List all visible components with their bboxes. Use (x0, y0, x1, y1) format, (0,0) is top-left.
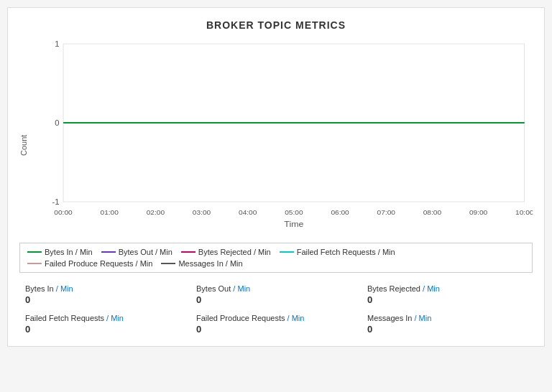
metric-messages-in-value: 0 (367, 324, 527, 335)
metric-messages-in-label: Messages In / Min (367, 314, 527, 322)
legend-line-failed-fetch (280, 251, 294, 253)
svg-text:06:00: 06:00 (331, 209, 349, 216)
svg-text:02:00: 02:00 (147, 209, 165, 216)
page-container: BROKER TOPIC METRICS Count 1 0 -1 00: (7, 7, 545, 347)
legend-line-bytes-in (27, 251, 42, 253)
svg-text:-1: -1 (52, 198, 59, 206)
legend-box: Bytes In / Min Bytes Out / Min Bytes Rej… (19, 243, 533, 273)
metric-failed-produce-value: 0 (196, 324, 356, 335)
svg-text:0: 0 (55, 119, 59, 127)
metric-messages-in: Messages In / Min 0 (367, 314, 527, 335)
metric-bytes-rejected-label: Bytes Rejected / Min (367, 284, 527, 293)
metric-bytes-in: Bytes In / Min 0 (25, 284, 185, 305)
svg-text:03:00: 03:00 (193, 209, 211, 216)
legend-label-failed-fetch: Failed Fetch Requests / Min (297, 248, 395, 256)
legend-line-failed-produce (27, 263, 42, 264)
legend-label-bytes-out: Bytes Out / Min (119, 248, 172, 256)
metric-bytes-in-label: Bytes In / Min (25, 284, 185, 293)
legend-item-bytes-out: Bytes Out / Min (101, 248, 172, 256)
metric-failed-fetch: Failed Fetch Requests / Min 0 (25, 314, 185, 335)
svg-text:09:00: 09:00 (469, 209, 487, 216)
legend-item-failed-produce: Failed Produce Requests / Min (27, 259, 152, 268)
metric-failed-fetch-value: 0 (25, 324, 185, 335)
metric-bytes-in-value: 0 (25, 294, 185, 305)
legend-item-bytes-rejected: Bytes Rejected / Min (181, 248, 271, 256)
chart-title: BROKER TOPIC METRICS (19, 19, 533, 31)
legend-item-failed-fetch: Failed Fetch Requests / Min (280, 248, 395, 256)
metric-failed-produce: Failed Produce Requests / Min 0 (196, 314, 356, 335)
legend-label-failed-produce: Failed Produce Requests / Min (45, 259, 152, 268)
svg-text:01:00: 01:00 (101, 209, 119, 216)
y-axis-label: Count (19, 37, 28, 240)
svg-text:04:00: 04:00 (239, 209, 257, 216)
metric-bytes-out-value: 0 (196, 294, 356, 305)
legend-line-bytes-rejected (181, 251, 196, 253)
legend-label-messages-in: Messages In / Min (178, 259, 242, 268)
legend-line-bytes-out (101, 251, 116, 253)
legend-label-bytes-in: Bytes In / Min (45, 248, 93, 256)
svg-text:08:00: 08:00 (423, 209, 441, 216)
svg-text:00:00: 00:00 (54, 209, 72, 216)
metric-bytes-out-label: Bytes Out / Min (196, 284, 356, 293)
svg-text:1: 1 (55, 40, 59, 48)
legend-item-bytes-in: Bytes In / Min (27, 248, 93, 256)
metric-bytes-out: Bytes Out / Min 0 (196, 284, 356, 305)
legend-line-messages-in (161, 263, 175, 264)
chart-svg: 1 0 -1 00:00 01:00 02:00 03:00 04:00 05:… (31, 37, 533, 238)
svg-text:10:00: 10:00 (515, 209, 533, 216)
metric-bytes-rejected: Bytes Rejected / Min 0 (367, 284, 527, 305)
metric-failed-produce-label: Failed Produce Requests / Min (196, 314, 356, 322)
svg-text:Time: Time (284, 220, 303, 228)
legend-item-messages-in: Messages In / Min (161, 259, 242, 268)
legend-label-bytes-rejected: Bytes Rejected / Min (198, 248, 271, 256)
svg-text:05:00: 05:00 (285, 209, 303, 216)
chart-inner: 1 0 -1 00:00 01:00 02:00 03:00 04:00 05:… (31, 37, 533, 240)
metrics-section: Bytes In / Min 0 Bytes Out / Min 0 Bytes… (19, 284, 533, 335)
metric-bytes-rejected-value: 0 (367, 294, 527, 305)
chart-area: Count 1 0 -1 00:00 01:00 02:0 (19, 37, 533, 240)
svg-text:07:00: 07:00 (377, 209, 395, 216)
metric-failed-fetch-label: Failed Fetch Requests / Min (25, 314, 185, 322)
